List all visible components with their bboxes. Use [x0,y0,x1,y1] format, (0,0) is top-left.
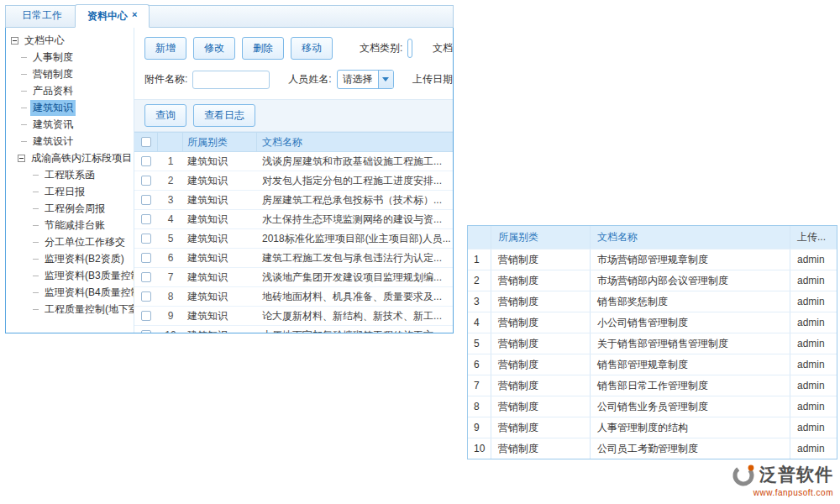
tree-item[interactable]: 建筑设计 [9,133,132,150]
table-row[interactable]: 6建筑知识建筑工程施工发包与承包违法行为认定... [134,249,453,268]
delete-button[interactable]: 删除 [242,37,284,60]
row-doc-name: 浅谈地产集团开发建设项目监理规划编... [257,270,453,285]
query-button[interactable]: 查询 [144,104,186,127]
document-table-body: 1建筑知识浅谈房屋建筑和市政基础设施工程施工...2建筑知识对发包人指定分包的工… [134,152,453,333]
tree-item[interactable]: 分工单位工作移交 [9,234,132,250]
table-row[interactable]: 3营销制度销售部奖惩制度admin [468,291,837,312]
collapse-minus-icon[interactable] [18,155,25,162]
table-row[interactable]: 6营销制度销售部管理规章制度admin [468,354,837,375]
close-tab-icon[interactable]: × [132,9,137,19]
toolbar-row-3: 查询 查看日志 [134,99,453,132]
tree-line [33,276,39,276]
tree-item-label: 监理资料(B4质量控制) [42,285,134,301]
row-doc-name: 市场营销部管理规章制度 [591,249,790,270]
select-all-checkbox[interactable] [141,137,151,147]
row-number: 8 [468,396,491,417]
row-checkbox[interactable] [141,156,151,166]
attachment-name-input[interactable] [192,71,270,89]
row-checkbox[interactable] [141,330,151,333]
row-number: 10 [158,329,183,333]
tree-item-label: 建筑资讯 [30,117,76,133]
tree-line [21,141,27,142]
tab-daily-work[interactable]: 日常工作 [9,3,75,27]
tree-item[interactable]: 监理资料(B4质量控制) [9,284,132,301]
row-number: 10 [468,438,491,459]
table-row[interactable]: 5营销制度关于销售部管理销售管理制度admin [468,333,837,354]
tree-item[interactable]: 建筑知识 [9,99,132,116]
table-row[interactable]: 7建筑知识浅谈地产集团开发建设项目监理规划编... [134,268,453,287]
tree-line [33,242,39,243]
tree-item[interactable]: 成渝高铁内江标段项目 [9,150,132,166]
tree-item[interactable]: 建筑资讯 [9,116,132,133]
collapse-minus-icon[interactable] [11,37,18,45]
tree-item[interactable]: 节能减排台账 [9,217,132,234]
uploader-column-header: 上传... [790,226,837,249]
row-checkbox[interactable] [141,176,151,186]
row-number: 6 [158,252,183,264]
doc-type-label: 文档类别: [360,41,402,55]
table-row[interactable]: 1建筑知识浅谈房屋建筑和市政基础设施工程施工... [134,152,453,171]
row-number-header [468,226,491,249]
row-checkbox[interactable] [141,214,151,224]
row-checkbox[interactable] [141,311,151,321]
tree-item[interactable]: 人事制度 [9,49,132,66]
tab-data-center-label: 资料中心 [87,10,128,22]
row-uploader: admin [790,396,837,417]
marketing-table-header: 所属别类 文档名称 上传... [468,226,837,249]
row-doc-name: 销售部管理规章制度 [591,354,790,375]
row-checkbox[interactable] [141,234,151,244]
person-select[interactable]: 请选择 [337,70,394,89]
doc-type-select[interactable]: 请选择 [407,39,412,58]
row-category: 营销制度 [491,312,591,333]
category-column-header: 所属别类 [183,133,257,151]
tree-item[interactable]: 工程质量控制(地下室) [9,301,132,318]
tab-bar: 日常工作 资料中心× [5,5,454,28]
tree-line [33,309,39,310]
table-row[interactable]: 1营销制度市场营销部管理规章制度admin [468,249,837,270]
tree-item[interactable]: 监理资料(B3质量控制) [9,267,132,284]
view-log-button[interactable]: 查看日志 [193,104,255,127]
tree-line [33,208,39,209]
modify-button[interactable]: 修改 [193,37,235,60]
row-category: 营销制度 [491,291,591,312]
row-category: 营销制度 [491,354,591,375]
table-row[interactable]: 4建筑知识水土保持生态环境监测网络的建设与资... [134,210,453,229]
row-number: 2 [158,175,183,186]
table-row[interactable]: 8建筑知识地砖地面材料、机具准备、质量要求及... [134,287,453,307]
tree-item-label: 工程日报 [42,184,87,200]
table-row[interactable]: 5建筑知识2018标准化监理项目部(业主项目部)人员... [134,229,453,249]
tree-item[interactable]: 营销制度 [9,66,132,82]
tree-item[interactable]: 工程日报 [9,183,132,200]
row-checkbox[interactable] [141,253,151,263]
row-doc-name: 人事管理制度的结构 [591,417,790,438]
row-checkbox[interactable] [141,195,151,205]
row-doc-name: 市场营销部内部会议管理制度 [591,270,790,291]
row-checkbox[interactable] [141,272,151,282]
table-row[interactable]: 2营销制度市场营销部内部会议管理制度admin [468,270,837,291]
tree-item[interactable]: 工程联系函 [9,166,132,183]
table-row[interactable]: 9建筑知识论大厦新材料、新结构、新技术、新工... [134,307,453,326]
add-button[interactable]: 新增 [144,37,186,60]
row-number: 9 [468,417,491,438]
tree-item[interactable]: 产品资料 [9,82,132,99]
row-doc-name: 公司员工考勤管理制度 [591,438,790,459]
table-row[interactable]: 3建筑知识房屋建筑工程总承包投标书（技术标）... [134,191,453,210]
row-number: 5 [158,233,183,244]
tree-item[interactable]: 工程例会周报 [9,200,132,217]
table-row[interactable]: 7营销制度销售部日常工作管理制度admin [468,375,837,396]
table-row[interactable]: 4营销制度小公司销售管理制度admin [468,312,837,333]
tab-data-center[interactable]: 资料中心× [75,4,150,28]
table-row[interactable]: 10建筑知识大厦地下室加气砼墙砌筑工程的施工方... [134,326,453,333]
row-category: 建筑知识 [183,309,257,323]
table-row[interactable]: 8营销制度公司销售业务员管理制度admin [468,396,837,417]
row-checkbox[interactable] [141,291,151,302]
table-row[interactable]: 9营销制度人事管理制度的结构admin [468,417,837,438]
chevron-down-icon[interactable] [378,71,393,88]
table-row[interactable]: 10营销制度公司员工考勤管理制度admin [468,438,837,459]
document-table: 所属别类 文档名称 1建筑知识浅谈房屋建筑和市政基础设施工程施工...2建筑知识… [134,132,453,333]
table-row[interactable]: 2建筑知识对发包人指定分包的工程施工进度安排... [134,171,453,191]
tree-item[interactable]: 监理资料(B2资质) [9,250,132,267]
move-button[interactable]: 移动 [291,37,333,60]
tree-item[interactable]: 文档中心 [9,32,132,49]
person-name-label: 人员姓名: [288,72,331,87]
